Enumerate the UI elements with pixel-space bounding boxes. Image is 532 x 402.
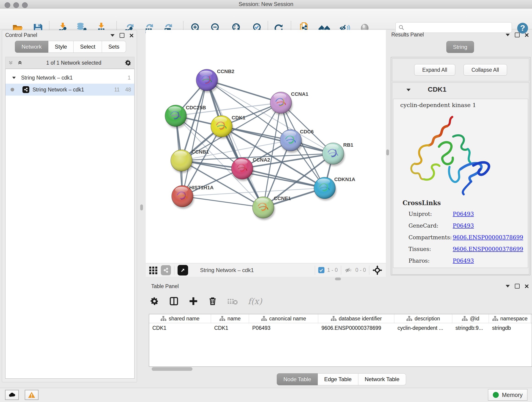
string-view-badge[interactable] [161,265,171,275]
tree-expander-icon[interactable] [12,77,16,79]
control-panel-float-icon[interactable] [120,33,124,38]
network-edge-CCNB2-CCNE1[interactable] [207,80,263,207]
column-header-description[interactable]: description [394,314,452,323]
selected-node-edge-counts: 1 - 0 [327,267,338,273]
network-node-count: 11 [114,87,120,93]
node-table[interactable]: shared namenamecanonical namedatabase id… [149,314,532,367]
cell-name[interactable]: CDK1 [211,325,249,331]
network-options-gear-icon[interactable] [125,59,132,66]
column-header-label: name [228,316,241,322]
crosslink-value-uniprot-[interactable]: P06493 [453,211,474,217]
control-panel-close-icon[interactable] [129,33,133,38]
table-panel-close-icon[interactable] [525,284,529,288]
network-node-CCNB2[interactable]: CCNB2 [196,69,234,93]
network-node-CDC6[interactable]: CDC6 [280,129,314,153]
tab-sets[interactable]: Sets [102,41,126,53]
selected-checkbox[interactable] [318,267,324,273]
window-minimize-button[interactable] [13,2,19,8]
tab-style[interactable]: Style [48,41,74,53]
tab-network[interactable]: Network [15,41,48,53]
node-label-CCNA1: CCNA1 [291,91,308,97]
column-header-namespace[interactable]: namespace [489,314,531,323]
function-builder-button: f(x) [248,297,262,306]
cell-database-identifier[interactable]: 9606.ENSP00000378699 [318,325,394,331]
tab-string[interactable]: String [446,41,474,53]
results-panel-float-icon[interactable] [515,32,520,37]
node-label-HIST1H1A: HIST1H1A [189,185,214,191]
memory-status-dot [493,392,499,398]
show-columns-icon[interactable] [169,296,179,306]
collapse-all-icon[interactable] [8,60,14,66]
crosslinks-heading: CrossLinks [403,199,441,206]
network-node-CDC25B[interactable]: CDC25B [165,105,206,128]
network-edge-CCNA2-CDKN1A[interactable] [242,168,325,188]
crosslink-value-genecard-[interactable]: P06493 [453,223,474,229]
tab-edge-table[interactable]: Edge Table [318,373,358,385]
tab-select[interactable]: Select [74,41,102,53]
control-panel-title: Control Panel [5,32,37,38]
expand-all-icon[interactable] [17,60,23,66]
crosslink-value-pharos-[interactable]: P06493 [453,258,474,264]
cell-shared-name[interactable]: CDK1 [149,325,211,331]
expand-all-button[interactable]: Expand All [414,64,455,76]
network-node-CDKN1A[interactable]: CDKN1A [314,177,355,201]
column-header-label: @id [470,316,479,322]
birdseye-grid-icon[interactable] [148,265,158,275]
add-column-icon[interactable] [189,297,198,306]
column-header--id[interactable]: @id [452,314,489,323]
network-node-RB1[interactable]: RB1 [322,142,353,166]
tab-network-table[interactable]: Network Table [358,373,406,385]
table-header-row: shared namenamecanonical namedatabase id… [149,314,532,323]
warnings-button[interactable] [25,390,38,400]
cell-canonical-name[interactable]: P06493 [249,325,318,331]
column-header-name[interactable]: name [211,314,249,323]
network-node-CCNE1[interactable]: CCNE1 [253,196,291,220]
column-header-label: namespace [500,316,528,322]
left-splitter-grip[interactable] [140,204,143,211]
protein-section-expander-icon[interactable] [406,89,411,91]
network-collection-row[interactable]: String Network – cdk1 1 [6,72,134,84]
node-label-CCNA2: CCNA2 [253,157,270,163]
cloud-status-button[interactable] [5,390,19,400]
network-node-CCNA1[interactable]: CCNA1 [270,91,308,115]
window-zoom-button[interactable] [22,2,28,8]
column-header-shared-name[interactable]: shared name [149,314,211,323]
open-in-window-button[interactable] [177,265,188,275]
column-header-database-identifier[interactable]: database identifier [318,314,394,323]
collapse-all-button[interactable]: Collapse All [463,64,507,76]
fit-selected-crosshair-icon[interactable] [373,265,382,275]
network-canvas[interactable]: CCNB2CCNA1CDC25BCDK1CDC6RB1CCNB1CCNA2CDK… [146,30,386,263]
network-edge-CCNE1-HIST1H1A[interactable] [182,196,263,207]
table-settings-gear-icon[interactable] [150,297,159,306]
delete-column-icon[interactable] [208,297,217,306]
control-panel: Control Panel NetworkStyleSelectSets 1 o… [2,30,137,382]
table-panel-menu-icon[interactable] [506,285,510,287]
results-panel-menu-icon[interactable] [506,34,510,36]
window-close-button[interactable] [5,2,10,8]
cell--id[interactable]: stringdb:9... [452,325,489,331]
crosslink-label-compartments-: Compartments: [409,234,452,241]
cell-namespace[interactable]: stringdb [489,325,531,331]
table-hscrollbar-thumb[interactable] [152,367,192,371]
protein-description: cyclin-dependent kinase 1 [400,102,476,108]
table-panel: Table Panel f(x) [146,280,532,385]
results-panel-close-icon[interactable] [525,33,529,37]
network-node-HIST1H1A[interactable]: HIST1H1A [172,185,214,209]
network-row[interactable]: String Network – cdk1 11 48 [6,84,134,96]
node-label-CDC6: CDC6 [300,129,314,134]
crosslink-value-compartments-[interactable]: 9606.ENSP00000378699 [453,234,523,241]
column-header-label: description [414,316,440,322]
right-splitter-grip[interactable] [386,149,389,155]
column-header-canonical-name[interactable]: canonical name [249,314,318,323]
table-row[interactable]: CDK1CDK1P064939606.ENSP00000378699cyclin… [149,323,532,333]
network-node-CCNA2[interactable]: CCNA2 [231,157,270,181]
table-panel-float-icon[interactable] [515,284,520,288]
node-label-CDC25B: CDC25B [186,105,206,110]
control-panel-menu-icon[interactable] [110,34,114,37]
column-type-icon [331,316,336,321]
node-label-CDK1: CDK1 [232,115,245,121]
tab-node-table[interactable]: Node Table [277,373,318,385]
crosslink-value-tissues-[interactable]: 9606.ENSP00000378699 [453,246,523,252]
cell-description[interactable]: cyclin-dependent ... [394,325,452,331]
memory-button[interactable]: Memory [488,389,527,401]
